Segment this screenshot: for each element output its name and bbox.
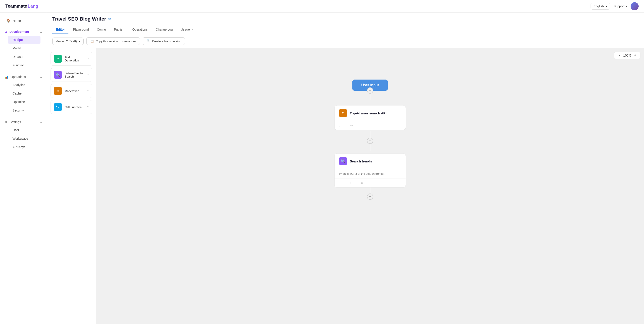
- help-icon[interactable]: ?: [87, 89, 89, 93]
- search-trends-actions: ↑ ↓ ✏: [334, 179, 406, 187]
- tripadvisor-title: TripAdvisor search API: [350, 111, 386, 115]
- logo-lang: Lang: [28, 3, 38, 9]
- tab-operations[interactable]: Operations: [129, 25, 151, 34]
- tab-usage[interactable]: Usage ↗: [177, 25, 196, 34]
- sidebar-item-model[interactable]: Model: [8, 44, 40, 52]
- tabs: Editor Playground Config Publish Operati…: [52, 25, 639, 34]
- flow-line: [370, 144, 370, 151]
- sidebar-item-function[interactable]: Function: [8, 61, 40, 69]
- add-node-button-1[interactable]: +: [367, 87, 373, 94]
- moderation-icon: ⚙: [54, 87, 62, 95]
- sidebar-item-user[interactable]: User: [8, 126, 40, 134]
- component-text-generation[interactable]: ✦ Text Generation ?: [50, 52, 92, 66]
- flow-line: [370, 131, 370, 138]
- move-down-button[interactable]: ↓: [350, 181, 352, 185]
- development-sub: Recipe Model Dataset Function: [4, 36, 42, 69]
- tripadvisor-node-header: ⚙ TripAdvisor search API: [334, 105, 406, 121]
- connector-3: +: [367, 187, 373, 200]
- sidebar-section-settings: ⚙ Settings ▲ User Workspace API Keys: [0, 117, 47, 152]
- page-title: Travel SEO Blog Writer: [52, 16, 106, 22]
- blank-version-button[interactable]: 📄 Create a blank version: [143, 37, 185, 45]
- tripadvisor-node[interactable]: ⚙ TripAdvisor search API ↓ ✏: [334, 105, 406, 130]
- logo: Teammate Lang: [5, 3, 38, 9]
- connector-2: +: [367, 131, 373, 151]
- toolbar: Version 2 (Draft) ▾ 📋 Copy this version …: [47, 34, 644, 48]
- help-icon[interactable]: ?: [87, 105, 89, 109]
- add-node-button-3[interactable]: +: [367, 194, 373, 200]
- flow-line: [370, 94, 370, 100]
- tripadvisor-actions: ↓ ✏: [334, 121, 406, 130]
- sidebar-item-api-keys[interactable]: API Keys: [8, 143, 40, 151]
- language-selector[interactable]: English ▾: [590, 3, 610, 9]
- chevron-down-icon: ▾: [626, 4, 627, 8]
- sidebar-item-home[interactable]: 🏠 Home: [2, 16, 45, 25]
- move-down-button[interactable]: ↓: [339, 124, 341, 128]
- chevron-up-icon: ▲: [40, 75, 42, 78]
- flow-line: [370, 187, 370, 194]
- zoom-in-button[interactable]: +: [633, 53, 638, 57]
- page-title-row: Travel SEO Blog Writer ✏: [52, 16, 639, 22]
- operations-icon: 📊: [4, 75, 8, 79]
- search-trends-node-header: 🔍 Search trends: [334, 154, 406, 169]
- tab-playground[interactable]: Playground: [69, 25, 92, 34]
- zoom-level: 100%: [623, 54, 631, 57]
- external-link-icon: ↗: [191, 28, 193, 31]
- sidebar-item-recipe[interactable]: Recipe: [8, 36, 40, 44]
- tab-config[interactable]: Config: [93, 25, 109, 34]
- component-moderation-label: Moderation: [64, 89, 84, 93]
- tab-publish[interactable]: Publish: [110, 25, 128, 34]
- sidebar-operations-header[interactable]: 📊 Operations ▲: [4, 73, 42, 80]
- tab-changelog[interactable]: Change Log: [152, 25, 176, 34]
- sidebar-section-development: ⊙ Development ▲ Recipe Model Dataset: [0, 27, 47, 71]
- component-moderation[interactable]: ⚙ Moderation ?: [50, 84, 92, 98]
- search-trends-node[interactable]: 🔍 Search trends What is TOP3 of the sear…: [334, 153, 406, 188]
- sidebar-item-workspace[interactable]: Workspace: [8, 134, 40, 143]
- search-trends-text: What is TOP3 of the search trends?: [339, 172, 385, 175]
- top-right: English ▾ Support ▾: [590, 2, 639, 10]
- support-button[interactable]: Support ▾: [614, 4, 627, 8]
- version-selector[interactable]: Version 2 (Draft) ▾: [52, 37, 84, 45]
- component-dataset-label: Dataset Vector Search: [64, 71, 84, 78]
- app-wrapper: Teammate Lang English ▾ Support ▾ 🏠 Home: [0, 0, 644, 324]
- search-trends-body: What is TOP3 of the search trends?: [334, 169, 406, 179]
- help-icon[interactable]: ?: [87, 73, 89, 77]
- move-up-button[interactable]: ↑: [339, 181, 341, 185]
- sidebar-item-optimize[interactable]: Optimize: [8, 98, 40, 106]
- help-icon[interactable]: ?: [87, 57, 89, 60]
- version-label: Version 2 (Draft): [56, 39, 77, 43]
- sidebar-item-security[interactable]: Security: [8, 106, 40, 114]
- connector-1: +: [367, 81, 373, 100]
- user-avatar[interactable]: [630, 2, 639, 10]
- edit-title-icon[interactable]: ✏: [108, 16, 112, 21]
- copy-version-button[interactable]: 📋 Copy this version to create new: [86, 37, 140, 45]
- development-icon: ⊙: [4, 30, 7, 33]
- component-panel: ✦ Text Generation ? 🔍 Dataset Vector Sea…: [47, 48, 96, 324]
- main-area: 🏠 Home ⊙ Development ▲ Recipe Model: [0, 12, 644, 324]
- component-call-function[interactable]: 🛡 Call Function ?: [50, 100, 92, 114]
- operations-sub: Analytics Cache Optimize Security: [4, 81, 42, 114]
- sidebar-item-dataset[interactable]: Dataset: [8, 53, 40, 61]
- edit-button[interactable]: ✏: [360, 181, 363, 185]
- chevron-up-icon: ▲: [40, 30, 42, 33]
- main-content: Travel SEO Blog Writer ✏ Editor Playgrou…: [47, 12, 644, 324]
- home-icon: 🏠: [6, 19, 10, 23]
- canvas[interactable]: - 100% + User Input +: [96, 48, 644, 324]
- zoom-out-button[interactable]: -: [617, 53, 622, 57]
- component-dataset-vector[interactable]: 🔍 Dataset Vector Search ?: [50, 68, 92, 82]
- sidebar-item-analytics[interactable]: Analytics: [8, 81, 40, 89]
- content-header: Travel SEO Blog Writer ✏ Editor Playgrou…: [47, 12, 644, 34]
- flow-line: [370, 81, 370, 87]
- editor-body: ✦ Text Generation ? 🔍 Dataset Vector Sea…: [47, 48, 644, 324]
- sidebar-item-cache[interactable]: Cache: [8, 89, 40, 97]
- tab-editor[interactable]: Editor: [52, 25, 68, 34]
- top-bar: Teammate Lang English ▾ Support ▾: [0, 0, 644, 12]
- sidebar-development-header[interactable]: ⊙ Development ▲: [4, 28, 42, 35]
- sidebar-settings-header[interactable]: ⚙ Settings ▲: [4, 118, 42, 126]
- search-trends-title: Search trends: [350, 159, 372, 163]
- component-function-label: Call Function: [64, 105, 84, 109]
- add-node-button-2[interactable]: +: [367, 138, 373, 144]
- copy-icon: 📋: [90, 39, 94, 43]
- language-label: English: [594, 4, 604, 8]
- blank-icon: 📄: [146, 39, 150, 43]
- edit-button[interactable]: ✏: [350, 123, 353, 128]
